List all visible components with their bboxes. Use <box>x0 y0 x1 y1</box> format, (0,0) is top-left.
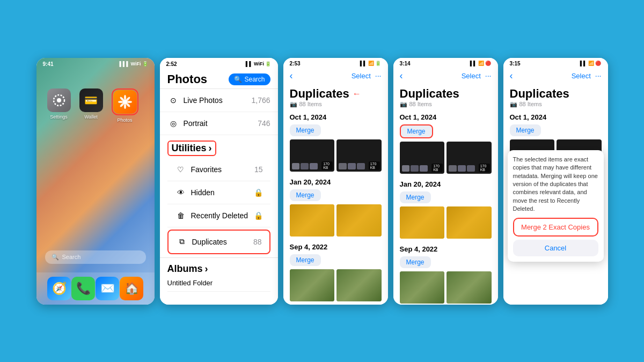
utilities-items: ♡ Favorites 15 👁 Hidden 🔒 <box>167 158 270 254</box>
screen3-size-badge-2: 170 KB <box>369 161 380 170</box>
screen3-title: Duplicates <box>290 87 349 101</box>
screen5-more-button[interactable]: ··· <box>595 71 602 80</box>
screen3-content: 2:53 ▌▌ 📶 🔋 ‹ Select ··· Duplicates ← � <box>283 58 388 305</box>
screen3-nav-bar: ‹ Select ··· <box>283 68 388 85</box>
duplicates-count: 88 <box>253 238 262 246</box>
screen3-date-1: Oct 1, 2024 <box>288 111 384 123</box>
screen3-date-2: Jan 20, 2024 <box>288 176 384 188</box>
photos-search-button[interactable]: 🔍 Search <box>229 73 270 85</box>
utilities-section: Utilities › ♡ Favorites 15 <box>160 135 278 258</box>
screen4-back-button[interactable]: ‹ <box>400 70 403 82</box>
merge-exact-copies-button[interactable]: Merge 2 Exact Copies <box>513 218 598 237</box>
screen4-photo-pair-1: 170 KB 170 KB <box>400 142 492 174</box>
untitled-folder[interactable]: Untitled Folder <box>167 275 270 292</box>
screen3-size-badge-1: 170 KB <box>321 161 333 170</box>
mail-dock-icon[interactable]: ✉️ <box>96 277 119 300</box>
screen3-photo-pair-2 <box>290 204 382 237</box>
photos-header: Photos 🔍 Search <box>160 69 278 89</box>
live-photos-icon: ⊙ <box>167 94 179 106</box>
home-dock-icon[interactable]: 🏠 <box>120 277 143 300</box>
screen3-merge-btn-2[interactable]: Merge <box>290 189 321 201</box>
screen4-thumb-3b <box>447 271 492 304</box>
photos-status-icons: ▌▌ WiFi 🔋 <box>246 61 272 67</box>
screen4-merge-btn-1-highlighted[interactable]: Merge <box>400 124 433 138</box>
screen4-merge-btn-2[interactable]: Merge <box>400 191 431 203</box>
portrait-label: Portrait <box>184 119 208 128</box>
live-photos-item[interactable]: ⊙ Live Photos 1,766 <box>160 89 278 112</box>
utilities-title: Utilities › <box>167 141 216 156</box>
settings-app[interactable]: Settings <box>47 88 71 123</box>
utilities-title-wrapper: Utilities › <box>167 141 216 156</box>
screen5-select-button[interactable]: Select <box>572 72 591 80</box>
recently-deleted-item[interactable]: 🗑 Recently Deleted 🔒 <box>167 204 270 227</box>
screen5-back-button[interactable]: ‹ <box>510 70 513 82</box>
screen3-duplicates: 2:53 ▌▌ 📶 🔋 ‹ Select ··· Duplicates ← � <box>283 58 388 305</box>
screen3-photo-pair-1: 170 KB 170 KB <box>290 139 382 172</box>
wallet-app[interactable]: 💳 Wallet <box>79 88 103 123</box>
utilities-chevron: › <box>209 143 212 154</box>
screen3-merge-btn-1[interactable]: Merge <box>290 124 321 136</box>
screen4-merge-btn-3[interactable]: Merge <box>400 256 431 268</box>
duplicates-icon: ⧉ <box>176 236 188 248</box>
home-background: 9:41 ▌▌▌ WiFi 🔋 Settings <box>36 58 155 305</box>
screen4-date-group-3: Sep 4, 2022 Merge <box>398 243 494 304</box>
photos-app[interactable]: Photos <box>112 88 138 123</box>
screen4-size-badge-1: 170 KB <box>431 164 443 172</box>
home-status-icons: ▌▌▌ WiFi 🔋 <box>119 61 148 67</box>
portrait-item[interactable]: ◎ Portrait 746 <box>160 112 278 135</box>
screen3-date-group-3: Sep 4, 2022 Merge <box>288 241 384 301</box>
screen3-thumb-2a <box>290 204 335 237</box>
photos-search-label: Search <box>244 76 265 83</box>
photos-app-title: Photos <box>167 72 208 86</box>
screen5-subtitle: 📷 88 Items <box>510 101 602 108</box>
screen4-nav-bar: ‹ Select ··· <box>393 68 498 85</box>
screen4-date-group-1: Oct 1, 2024 Merge 170 KB <box>398 111 494 174</box>
home-time: 9:41 <box>43 61 54 67</box>
recently-deleted-label: Recently Deleted <box>191 211 248 220</box>
screen4-select-button[interactable]: Select <box>462 72 481 80</box>
albums-chevron: › <box>205 263 208 275</box>
cancel-button[interactable]: Cancel <box>513 240 598 256</box>
svg-point-5 <box>118 101 123 103</box>
screen5-item-count: 88 Items <box>519 101 542 107</box>
wallet-label: Wallet <box>84 114 98 120</box>
duplicates-item[interactable]: ⧉ Duplicates 88 <box>167 230 270 254</box>
screen4-photo-pair-3 <box>400 271 492 304</box>
screen3-merge-btn-3[interactable]: Merge <box>290 254 321 266</box>
portrait-icon: ◎ <box>167 117 179 129</box>
screen4-date-group-2: Jan 20, 2024 Merge <box>398 178 494 239</box>
screen5-time: 3:15 <box>510 61 521 67</box>
recently-deleted-icon: 🗑 <box>175 210 187 221</box>
screen3-item-count: 88 Items <box>299 101 322 107</box>
screen4-more-button[interactable]: ··· <box>485 71 492 80</box>
svg-point-4 <box>124 104 126 109</box>
screen5-nav-actions: Select ··· <box>572 71 602 80</box>
live-photos-count: 1,766 <box>251 96 270 105</box>
svg-point-8 <box>125 102 130 107</box>
screen5-content: 3:15 ▌▌ 📶 🔴 ‹ Select ··· Duplicates 📷 88… <box>503 58 608 305</box>
screen3-more-button[interactable]: ··· <box>375 71 382 80</box>
phone-dock-icon[interactable]: 📞 <box>71 277 95 300</box>
albums-label: Albums <box>167 263 203 275</box>
screen3-select-button[interactable]: Select <box>352 72 371 80</box>
screen5-merge-btn-1[interactable]: Merge <box>510 124 541 136</box>
screen3-photo-pair-3 <box>290 269 382 301</box>
screen3-nav-actions: Select ··· <box>352 71 382 80</box>
screen3-status-icons: ▌▌ 📶 🔋 <box>360 61 382 66</box>
screen4-thumb-2b <box>447 206 492 239</box>
wallet-icon: 💳 <box>79 88 103 112</box>
photos-highlight <box>112 88 138 115</box>
home-search-bar[interactable]: 🔍 Search <box>45 250 146 264</box>
screen3-thumb-1b: 170 KB <box>336 139 382 172</box>
screen4-content: 3:14 ▌▌ 📶 🔴 ‹ Select ··· Duplicates 📷 88… <box>393 58 498 305</box>
safari-dock-icon[interactable]: 🧭 <box>47 277 71 300</box>
favorites-item[interactable]: ♡ Favorites 15 <box>167 158 270 181</box>
hidden-item[interactable]: 👁 Hidden 🔒 <box>167 181 270 204</box>
dock: 🧭 📞 ✉️ 🏠 <box>36 272 155 305</box>
svg-point-10 <box>119 102 125 107</box>
screen3-status-bar: 2:53 ▌▌ 📶 🔋 <box>283 58 388 68</box>
home-status-bar: 9:41 ▌▌▌ WiFi 🔋 <box>36 58 155 69</box>
screenshots-container: 9:41 ▌▌▌ WiFi 🔋 Settings <box>26 47 619 315</box>
screen4-item-count: 88 Items <box>409 101 432 107</box>
screen3-back-button[interactable]: ‹ <box>290 70 293 82</box>
